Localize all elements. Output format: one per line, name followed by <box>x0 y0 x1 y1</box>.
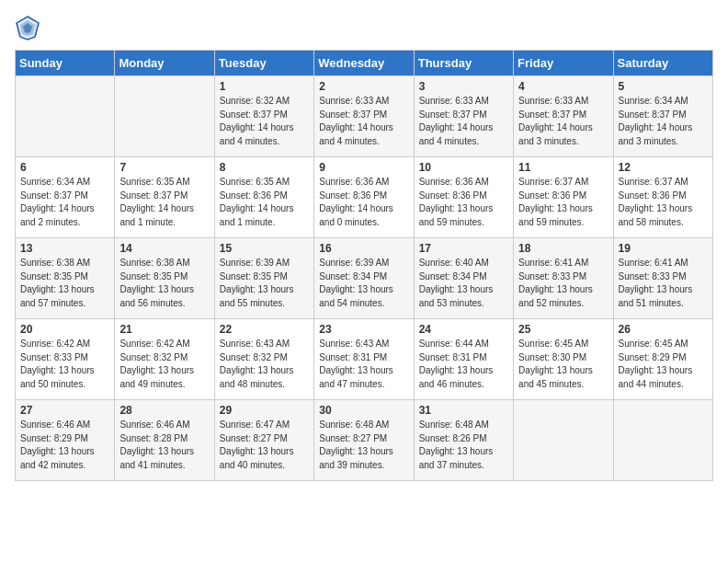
calendar-week-1: 1Sunrise: 6:32 AM Sunset: 8:37 PM Daylig… <box>16 76 713 157</box>
calendar-cell: 24Sunrise: 6:44 AM Sunset: 8:31 PM Dayli… <box>414 319 513 400</box>
day-number: 9 <box>319 161 408 174</box>
col-saturday: Saturday <box>613 51 712 76</box>
day-info: Sunrise: 6:33 AM Sunset: 8:37 PM Dayligh… <box>419 95 508 148</box>
day-info: Sunrise: 6:39 AM Sunset: 8:34 PM Dayligh… <box>319 257 408 310</box>
day-number: 26 <box>619 323 708 336</box>
day-number: 23 <box>319 323 408 336</box>
day-info: Sunrise: 6:33 AM Sunset: 8:37 PM Dayligh… <box>518 95 608 148</box>
calendar-week-2: 6Sunrise: 6:34 AM Sunset: 8:37 PM Daylig… <box>16 157 713 238</box>
day-info: Sunrise: 6:38 AM Sunset: 8:35 PM Dayligh… <box>119 257 209 310</box>
calendar-cell: 30Sunrise: 6:48 AM Sunset: 8:27 PM Dayli… <box>314 400 414 481</box>
day-number: 15 <box>220 242 309 255</box>
day-info: Sunrise: 6:44 AM Sunset: 8:31 PM Dayligh… <box>419 338 508 391</box>
calendar-header: Sunday Monday Tuesday Wednesday Thursday… <box>16 51 713 76</box>
day-number: 4 <box>518 80 608 93</box>
day-number: 20 <box>20 323 109 336</box>
day-info: Sunrise: 6:46 AM Sunset: 8:29 PM Dayligh… <box>20 419 109 472</box>
logo-icon <box>15 15 40 40</box>
col-thursday: Thursday <box>414 51 513 76</box>
day-info: Sunrise: 6:42 AM Sunset: 8:32 PM Dayligh… <box>119 338 209 391</box>
day-number: 8 <box>220 161 309 174</box>
col-friday: Friday <box>514 51 613 76</box>
calendar-cell: 31Sunrise: 6:48 AM Sunset: 8:26 PM Dayli… <box>414 400 513 481</box>
calendar-cell: 25Sunrise: 6:45 AM Sunset: 8:30 PM Dayli… <box>514 319 613 400</box>
day-info: Sunrise: 6:41 AM Sunset: 8:33 PM Dayligh… <box>518 257 608 310</box>
col-wednesday: Wednesday <box>314 51 414 76</box>
calendar-cell: 27Sunrise: 6:46 AM Sunset: 8:29 PM Dayli… <box>16 400 115 481</box>
day-number: 18 <box>518 242 608 255</box>
calendar-cell: 21Sunrise: 6:42 AM Sunset: 8:32 PM Dayli… <box>115 319 214 400</box>
day-number: 30 <box>319 404 408 417</box>
day-info: Sunrise: 6:46 AM Sunset: 8:28 PM Dayligh… <box>119 419 209 472</box>
calendar-cell: 18Sunrise: 6:41 AM Sunset: 8:33 PM Dayli… <box>514 238 613 319</box>
calendar-cell: 16Sunrise: 6:39 AM Sunset: 8:34 PM Dayli… <box>314 238 414 319</box>
day-info: Sunrise: 6:36 AM Sunset: 8:36 PM Dayligh… <box>319 176 408 229</box>
header <box>15 15 713 40</box>
calendar-cell: 19Sunrise: 6:41 AM Sunset: 8:33 PM Dayli… <box>613 238 712 319</box>
calendar-cell: 20Sunrise: 6:42 AM Sunset: 8:33 PM Dayli… <box>16 319 115 400</box>
calendar-cell: 15Sunrise: 6:39 AM Sunset: 8:35 PM Dayli… <box>214 238 313 319</box>
day-info: Sunrise: 6:38 AM Sunset: 8:35 PM Dayligh… <box>20 257 109 310</box>
day-info: Sunrise: 6:48 AM Sunset: 8:27 PM Dayligh… <box>319 419 408 472</box>
calendar-cell <box>115 76 214 157</box>
calendar-cell <box>514 400 613 481</box>
calendar-week-3: 13Sunrise: 6:38 AM Sunset: 8:35 PM Dayli… <box>16 238 713 319</box>
calendar-cell <box>613 400 712 481</box>
day-info: Sunrise: 6:43 AM Sunset: 8:32 PM Dayligh… <box>220 338 309 391</box>
calendar-cell: 9Sunrise: 6:36 AM Sunset: 8:36 PM Daylig… <box>314 157 414 238</box>
col-monday: Monday <box>115 51 214 76</box>
day-number: 3 <box>419 80 508 93</box>
calendar-week-5: 27Sunrise: 6:46 AM Sunset: 8:29 PM Dayli… <box>16 400 713 481</box>
day-info: Sunrise: 6:43 AM Sunset: 8:31 PM Dayligh… <box>319 338 408 391</box>
day-number: 1 <box>220 80 309 93</box>
calendar-cell: 8Sunrise: 6:35 AM Sunset: 8:36 PM Daylig… <box>214 157 313 238</box>
day-number: 2 <box>319 80 408 93</box>
calendar-cell: 26Sunrise: 6:45 AM Sunset: 8:29 PM Dayli… <box>613 319 712 400</box>
calendar-body: 1Sunrise: 6:32 AM Sunset: 8:37 PM Daylig… <box>16 76 713 481</box>
calendar-cell: 10Sunrise: 6:36 AM Sunset: 8:36 PM Dayli… <box>414 157 513 238</box>
calendar-cell: 5Sunrise: 6:34 AM Sunset: 8:37 PM Daylig… <box>613 76 712 157</box>
day-info: Sunrise: 6:47 AM Sunset: 8:27 PM Dayligh… <box>220 419 309 472</box>
day-number: 19 <box>619 242 708 255</box>
day-number: 6 <box>20 161 109 174</box>
day-number: 14 <box>119 242 209 255</box>
calendar-cell: 1Sunrise: 6:32 AM Sunset: 8:37 PM Daylig… <box>214 76 313 157</box>
calendar-cell: 11Sunrise: 6:37 AM Sunset: 8:36 PM Dayli… <box>514 157 613 238</box>
calendar-cell: 4Sunrise: 6:33 AM Sunset: 8:37 PM Daylig… <box>514 76 613 157</box>
day-number: 13 <box>20 242 109 255</box>
calendar-cell: 28Sunrise: 6:46 AM Sunset: 8:28 PM Dayli… <box>115 400 214 481</box>
day-number: 22 <box>220 323 309 336</box>
calendar-cell: 3Sunrise: 6:33 AM Sunset: 8:37 PM Daylig… <box>414 76 513 157</box>
day-number: 7 <box>119 161 209 174</box>
calendar-cell: 17Sunrise: 6:40 AM Sunset: 8:34 PM Dayli… <box>414 238 513 319</box>
day-number: 12 <box>619 161 708 174</box>
calendar-cell: 6Sunrise: 6:34 AM Sunset: 8:37 PM Daylig… <box>16 157 115 238</box>
calendar-cell: 22Sunrise: 6:43 AM Sunset: 8:32 PM Dayli… <box>214 319 313 400</box>
calendar-cell: 13Sunrise: 6:38 AM Sunset: 8:35 PM Dayli… <box>16 238 115 319</box>
calendar-table: Sunday Monday Tuesday Wednesday Thursday… <box>15 50 713 481</box>
calendar-cell: 23Sunrise: 6:43 AM Sunset: 8:31 PM Dayli… <box>314 319 414 400</box>
day-info: Sunrise: 6:32 AM Sunset: 8:37 PM Dayligh… <box>220 95 309 148</box>
calendar-cell: 2Sunrise: 6:33 AM Sunset: 8:37 PM Daylig… <box>314 76 414 157</box>
day-number: 21 <box>119 323 209 336</box>
col-sunday: Sunday <box>16 51 115 76</box>
day-info: Sunrise: 6:37 AM Sunset: 8:36 PM Dayligh… <box>518 176 608 229</box>
day-info: Sunrise: 6:34 AM Sunset: 8:37 PM Dayligh… <box>20 176 109 229</box>
calendar-cell: 14Sunrise: 6:38 AM Sunset: 8:35 PM Dayli… <box>115 238 214 319</box>
day-number: 10 <box>419 161 508 174</box>
day-info: Sunrise: 6:45 AM Sunset: 8:30 PM Dayligh… <box>518 338 608 391</box>
day-number: 28 <box>119 404 209 417</box>
calendar-cell <box>16 76 115 157</box>
day-number: 24 <box>419 323 508 336</box>
col-tuesday: Tuesday <box>214 51 313 76</box>
day-number: 27 <box>20 404 109 417</box>
day-number: 29 <box>220 404 309 417</box>
day-info: Sunrise: 6:35 AM Sunset: 8:37 PM Dayligh… <box>119 176 209 229</box>
day-info: Sunrise: 6:33 AM Sunset: 8:37 PM Dayligh… <box>319 95 408 148</box>
calendar-cell: 29Sunrise: 6:47 AM Sunset: 8:27 PM Dayli… <box>214 400 313 481</box>
calendar-cell: 12Sunrise: 6:37 AM Sunset: 8:36 PM Dayli… <box>613 157 712 238</box>
day-number: 31 <box>419 404 508 417</box>
day-info: Sunrise: 6:40 AM Sunset: 8:34 PM Dayligh… <box>419 257 508 310</box>
day-info: Sunrise: 6:35 AM Sunset: 8:36 PM Dayligh… <box>220 176 309 229</box>
day-info: Sunrise: 6:37 AM Sunset: 8:36 PM Dayligh… <box>619 176 708 229</box>
